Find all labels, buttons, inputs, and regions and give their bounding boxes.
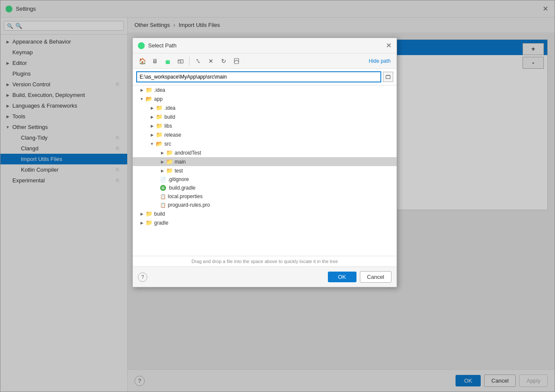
svg-point-5: [169, 61, 169, 61]
svg-rect-3: [166, 60, 170, 63]
path-input-row: [133, 69, 397, 85]
toolbar-delete-button[interactable]: ✕: [205, 55, 217, 67]
folder-icon-libs: 📁: [156, 123, 163, 129]
toolbar-bookmark-button[interactable]: [231, 55, 242, 67]
tree-item-test[interactable]: ▶ 📁 test: [133, 166, 397, 175]
arrow-gradle: ▶: [140, 221, 144, 225]
tree-item-label-androidtest: androidTest: [175, 150, 201, 156]
file-icon-gitignore: 📄: [160, 177, 166, 182]
tree-item-label-release: release: [164, 132, 181, 138]
folder-icon-idea1: 📁: [146, 87, 152, 93]
arrow-main: ▶: [160, 160, 164, 164]
tree-item-build1[interactable]: ▶ 📁 build: [133, 112, 397, 121]
toolbar-home-button[interactable]: 🏠: [136, 55, 148, 67]
file-tree[interactable]: ▶ 📁 .idea ▼ 📂 app ▶ 📁 .idea: [133, 85, 397, 256]
tree-item-label-idea1: .idea: [154, 87, 165, 93]
folder-icon-src: 📂: [156, 140, 163, 147]
folder-icon-gradle: 📁: [146, 219, 152, 226]
svg-point-4: [166, 61, 167, 61]
tree-item-idea1[interactable]: ▶ 📁 .idea: [133, 85, 397, 94]
arrow-idea1: ▶: [140, 88, 144, 92]
tree-item-label-libs: libs: [164, 123, 172, 129]
tree-item-local-properties[interactable]: 📋 local.properties: [133, 192, 397, 201]
file-icon-proguard: 📋: [160, 202, 166, 208]
folder-icon-androidtest: 📁: [166, 149, 173, 156]
tree-item-androidtest[interactable]: ▶ 📁 androidTest: [133, 148, 397, 157]
arrow-androidtest: ▶: [160, 151, 164, 155]
tree-item-label-src: src: [164, 141, 171, 147]
tree-item-libs[interactable]: ▶ 📁 libs: [133, 121, 397, 130]
dialog-close-button[interactable]: ✕: [386, 41, 391, 50]
file-icon-properties: 📋: [160, 194, 166, 199]
tree-item-label-main: main: [175, 159, 186, 165]
dialog-cancel-button[interactable]: Cancel: [360, 271, 391, 283]
folder-icon-test: 📁: [166, 167, 173, 174]
path-input[interactable]: [136, 71, 381, 82]
dialog-toolbar: 🏠 🖥: [133, 53, 397, 69]
dialog-title-text: Select Path: [148, 42, 383, 49]
folder-icon-main: 📁: [166, 158, 173, 165]
dialog-android-icon: [138, 42, 145, 49]
folder-icon-app: 📂: [146, 96, 152, 102]
arrow-test: ▶: [160, 169, 164, 173]
tree-item-gradle[interactable]: ▶ 📁 gradle: [133, 218, 397, 227]
tree-item-main[interactable]: ▶ 📁 main: [133, 157, 397, 166]
tree-item-label-gitignore: .gitignore: [168, 176, 189, 182]
tree-item-label-local-properties: local.properties: [168, 193, 202, 199]
tree-item-release[interactable]: ▶ 📁 release: [133, 130, 397, 139]
arrow-build1: ▶: [150, 115, 154, 119]
arrow-app: ▼: [140, 97, 144, 101]
drag-hint: Drag and drop a file into the space abov…: [133, 256, 397, 267]
tree-item-label-app: app: [154, 96, 163, 102]
folder-icon-idea2: 📁: [156, 105, 163, 111]
path-expand-button[interactable]: [383, 72, 393, 82]
tree-item-build2[interactable]: ▶ 📁 build: [133, 209, 397, 218]
tree-item-label-proguard: proguard-rules.pro: [168, 202, 210, 208]
toolbar-refresh-button[interactable]: ↻: [218, 55, 230, 67]
arrow-src: ▼: [150, 142, 154, 146]
tree-item-app[interactable]: ▼ 📂 app: [133, 94, 397, 103]
tree-item-label-build-gradle: build.gradle: [169, 185, 196, 191]
modal-overlay: Select Path ✕ 🏠 🖥: [0, 0, 555, 392]
toolbar-sep1: [189, 57, 190, 65]
tree-item-idea2[interactable]: ▶ 📁 .idea: [133, 103, 397, 112]
toolbar-new-folder-button[interactable]: [175, 55, 187, 67]
arrow-idea2: ▶: [150, 106, 154, 110]
tree-item-proguard[interactable]: 📋 proguard-rules.pro: [133, 201, 397, 209]
tree-item-label-build2: build: [154, 211, 165, 217]
file-icon-gradle: G: [160, 185, 166, 191]
dialog-title-bar: Select Path ✕: [133, 38, 397, 53]
toolbar-link-button[interactable]: [192, 55, 204, 67]
arrow-libs: ▶: [150, 124, 154, 128]
arrow-release: ▶: [150, 133, 154, 137]
tree-item-src[interactable]: ▼ 📂 src: [133, 139, 397, 148]
folder-icon-build1: 📁: [156, 114, 163, 120]
select-path-dialog: Select Path ✕ 🏠 🖥: [132, 38, 397, 287]
tree-item-label-test: test: [175, 168, 183, 174]
tree-item-build-gradle[interactable]: G build.gradle: [133, 184, 397, 192]
tree-item-label-build1: build: [164, 114, 175, 120]
toolbar-android-button[interactable]: [162, 55, 174, 67]
dialog-footer: ? OK Cancel: [133, 267, 397, 287]
settings-window: Settings ✕ 🔍 ▶ Appearance & Behavior: [0, 0, 555, 392]
tree-item-gitignore[interactable]: 📄 .gitignore: [133, 175, 397, 184]
svg-rect-10: [386, 76, 390, 79]
folder-icon-release: 📁: [156, 132, 163, 138]
arrow-build2: ▶: [140, 212, 144, 216]
svg-point-1: [140, 44, 143, 47]
folder-icon-build2: 📁: [146, 211, 152, 217]
tree-item-label-gradle: gradle: [154, 220, 168, 226]
tree-item-label-idea2: .idea: [164, 105, 175, 111]
hide-path-button[interactable]: Hide path: [366, 57, 393, 65]
toolbar-desktop-button[interactable]: 🖥: [149, 55, 161, 67]
dialog-help-button[interactable]: ?: [138, 272, 147, 282]
dialog-ok-button[interactable]: OK: [328, 272, 356, 282]
